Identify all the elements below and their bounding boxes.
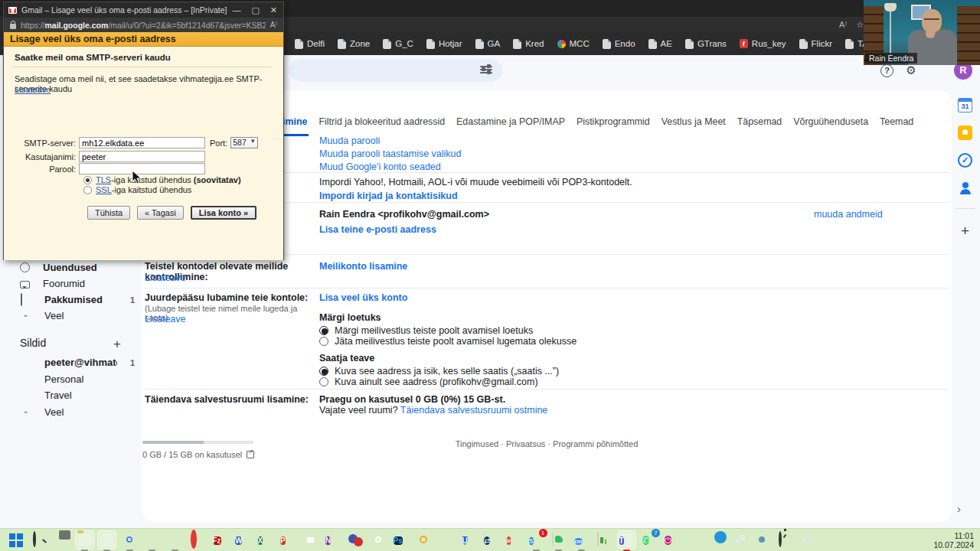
add-addon-icon[interactable]: + <box>958 223 972 238</box>
sidebar-label-peeter[interactable]: peeter@vihmategij... 1 <box>20 357 135 368</box>
photos-app-icon[interactable] <box>371 533 385 547</box>
add-label-icon[interactable]: + <box>113 337 121 352</box>
bookmark-gc[interactable]: G_C <box>383 39 413 49</box>
sidebar-labels-more[interactable]: ⌄ Veel <box>20 406 135 418</box>
mark-read-option-2[interactable]: Jäta meilivestlus teiste poolt avamisel … <box>319 336 577 347</box>
import-mail-contacts-link[interactable]: Impordi kirjad ja kontaktisikud <box>319 191 458 201</box>
search-icon[interactable] <box>32 533 47 547</box>
ssl-option[interactable]: SSL-iga kaitstud ühendus <box>83 185 191 194</box>
username-input[interactable] <box>79 151 205 162</box>
bitwarden-icon[interactable]: U <box>461 533 475 547</box>
tab-filters[interactable]: Filtrid ja blokeeritud aadressid <box>317 112 446 136</box>
radio-selected-icon[interactable] <box>83 176 92 184</box>
collapse-panel-chevron-icon[interactable]: › <box>957 502 961 515</box>
minimize-button[interactable]: — <box>232 5 240 15</box>
radio-selected-icon[interactable] <box>319 367 328 376</box>
calendar-icon[interactable]: 31 <box>958 98 972 112</box>
onenote-icon[interactable]: N <box>325 533 340 547</box>
microsoft-store-icon[interactable] <box>303 533 318 547</box>
sender-option-2[interactable]: Kuva ainult see aadress (profikohv@gmail… <box>319 377 538 387</box>
port-select[interactable]: 587▼ <box>230 137 258 148</box>
file-explorer-icon[interactable] <box>77 533 92 547</box>
edge-icon[interactable] <box>100 533 114 547</box>
sidebar-item-updates[interactable]: Uuendused <box>20 262 135 273</box>
radio-icon[interactable] <box>319 377 328 386</box>
sender-option-1[interactable]: Kuva see aadress ja isik, kes selle saat… <box>319 366 559 377</box>
tls-link[interactable]: TLS <box>96 175 111 184</box>
radio-icon[interactable] <box>319 337 328 346</box>
learn-more-link[interactable]: Lisateave <box>145 272 186 283</box>
tab-chat-meet[interactable]: Vestlus ja Meet <box>660 112 727 136</box>
maximize-button[interactable]: ▢ <box>251 5 259 15</box>
bookmark-ruskey[interactable]: tRus_key <box>740 39 786 48</box>
powertoys-icon[interactable]: ⏻ <box>665 533 679 547</box>
tab-advanced[interactable]: Täpsemad <box>736 112 784 136</box>
paint-app-icon[interactable] <box>348 533 363 547</box>
add-account-link[interactable]: Lisa veel üks konto <box>319 292 407 303</box>
add-another-address-link[interactable]: Lisa teine e-posti aadress <box>319 224 436 235</box>
remote-app-icon[interactable]: » <box>506 533 521 547</box>
steam-icon[interactable] <box>732 533 746 547</box>
learn-more-link[interactable]: Lisateave <box>15 85 51 94</box>
popup-addressbar[interactable]: https://mail.google.com/mail/u/0/?ui=2&i… <box>4 18 283 32</box>
bookmark-kred[interactable]: Kred <box>513 39 544 49</box>
read-aloud-icon[interactable]: A⁾ <box>839 20 847 30</box>
excel-icon[interactable]: X <box>258 533 273 547</box>
bookmark-gtrans[interactable]: GTrans <box>685 39 727 49</box>
sidebar-item-more[interactable]: ⌄ Veel <box>20 310 135 321</box>
bookmark-mcc[interactable]: MCC <box>557 39 590 48</box>
contacts-icon[interactable] <box>958 182 972 197</box>
teamviewer-icon[interactable]: ⇄ <box>484 533 498 547</box>
close-button[interactable]: ✕ <box>270 5 277 15</box>
footer-links[interactable]: Tingimused · Privaatsus · Programmi põhi… <box>142 439 952 448</box>
bookmark-flickr[interactable]: Flickr <box>799 39 832 49</box>
word-icon[interactable]: W <box>235 533 250 547</box>
radio-icon[interactable] <box>83 186 92 194</box>
tab-offline[interactable]: Võrguühenduseta <box>792 112 870 136</box>
sidebar-label-travel[interactable]: Travel <box>20 390 135 401</box>
gmail-search-input[interactable] <box>289 59 502 82</box>
add-account-button[interactable]: Lisa konto » <box>191 206 256 220</box>
whatsapp-icon[interactable]: ✆7 <box>642 533 656 547</box>
keep-icon[interactable] <box>958 126 972 140</box>
brave-icon[interactable] <box>168 533 182 547</box>
change-password-link[interactable]: Muuda parooli <box>319 135 380 146</box>
stopwatch-app-icon[interactable] <box>777 533 792 547</box>
tls-option[interactable]: TLS-iga kaitstud ühendus (soovitatav) <box>83 175 241 184</box>
bird-app-icon[interactable] <box>687 533 701 547</box>
zoom-icon[interactable]: zm <box>574 533 589 547</box>
bookmark-endo[interactable]: Endo <box>603 39 635 49</box>
mark-read-option-1[interactable]: Märgi meilivestlus teiste poolt avamisel… <box>319 325 533 336</box>
task-view-icon[interactable] <box>54 533 69 547</box>
screenshot-app-icon[interactable] <box>596 533 611 547</box>
globe-app-icon[interactable] <box>755 533 769 547</box>
sidebar-label-personal[interactable]: Personal <box>20 373 135 385</box>
filezilla-icon[interactable]: Fz <box>213 533 227 547</box>
buy-storage-link[interactable]: Täiendava salvestusruumi ostmine <box>400 405 547 416</box>
back-button[interactable]: « Tagasi <box>137 206 184 220</box>
start-button[interactable] <box>9 533 24 547</box>
help-icon[interactable]: ? <box>880 64 893 77</box>
external-link-icon[interactable] <box>247 451 254 458</box>
sidebar-item-forums[interactable]: Foorumid <box>20 278 135 289</box>
notepad-plus-plus-icon[interactable] <box>439 533 453 547</box>
moon-app-icon[interactable] <box>710 533 724 547</box>
opera-icon[interactable] <box>190 533 204 547</box>
bookmark-ga[interactable]: GA <box>475 39 501 49</box>
popup-url[interactable]: https://mail.google.com/mail/u/0/?ui=2&i… <box>21 21 266 30</box>
skype-icon[interactable]: S1 <box>529 533 544 547</box>
password-recovery-link[interactable]: Muuda parooli taastamise valikud <box>319 148 462 159</box>
edit-info-link[interactable]: muuda andmeid <box>814 209 883 220</box>
taskbar-clock[interactable]: 11:01 10.07.2024 <box>933 531 974 549</box>
sidebar-item-promotions[interactable]: Pakkumised 1 <box>20 294 135 305</box>
bookmark-delfi[interactable]: Delfi <box>295 39 325 49</box>
tab-addons[interactable]: Pistikprogrammid <box>575 112 652 136</box>
add-mail-account-link[interactable]: Meilikonto lisamine <box>319 261 407 272</box>
speedtest-icon[interactable] <box>800 533 815 547</box>
tab-themes[interactable]: Teemad <box>878 112 915 136</box>
bookmark-zone[interactable]: Zone <box>338 39 370 49</box>
settings-gear-icon[interactable]: ⚙ <box>903 63 919 78</box>
radio-selected-icon[interactable] <box>319 326 328 335</box>
ssl-link[interactable]: SSL <box>96 185 112 194</box>
firefox-icon[interactable] <box>145 533 159 547</box>
